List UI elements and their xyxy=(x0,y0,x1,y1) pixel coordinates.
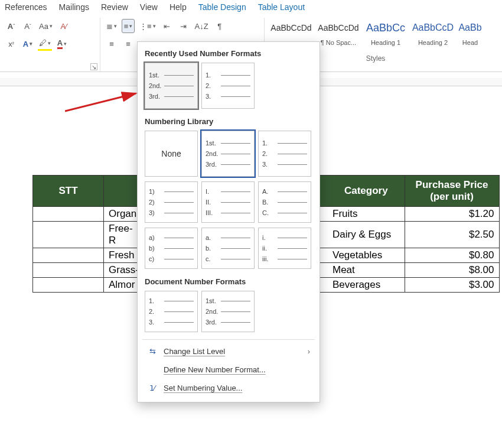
highlight-button[interactable]: 🖊▾ xyxy=(38,37,52,51)
th-stt: STT xyxy=(33,176,104,207)
format-roman-lower[interactable]: i. ii. iii. xyxy=(258,228,311,269)
document-formats-heading: Document Number Formats xyxy=(142,274,315,291)
align-left-button[interactable]: ≡ xyxy=(105,37,118,51)
style-heading-partial[interactable]: AaBb Head xyxy=(458,19,482,46)
format-decimal[interactable]: 1. 2. 3. xyxy=(258,131,311,177)
format-alpha-upper[interactable]: A. B. C. xyxy=(258,181,311,223)
set-value-icon: 𝟣⁄ xyxy=(147,384,158,392)
style-heading-1[interactable]: AaBbCc Heading 1 xyxy=(364,19,408,46)
format-alpha-lower-dot[interactable]: a. b. c. xyxy=(201,228,255,269)
text-effects-button[interactable]: A▾ xyxy=(21,37,34,51)
subscript-button[interactable]: x² xyxy=(5,37,18,51)
format-alpha-lower-paren[interactable]: a) b) c) xyxy=(145,228,198,269)
th-category: Category xyxy=(328,176,405,207)
format-ordinal-doc[interactable]: 1st. 2nd. 3rd. xyxy=(201,291,255,332)
format-ordinal[interactable]: 1st. 2nd. 3rd. xyxy=(201,131,255,177)
th-price: Purchase Price (per unit) xyxy=(405,176,499,207)
tab-mailings[interactable]: Mailings xyxy=(59,2,89,12)
font-color-button[interactable]: A▾ xyxy=(56,37,69,51)
numbering-dropdown: Recently Used Number Formats 1st. 2nd. 3… xyxy=(137,41,320,402)
grow-font-button[interactable]: Aˆ xyxy=(5,19,18,33)
align-center-button[interactable]: ≡ xyxy=(122,37,135,51)
ribbon-tabs: References Mailings Review View Help Tab… xyxy=(0,0,502,15)
recently-used-heading: Recently Used Number Formats xyxy=(142,46,315,63)
sort-button[interactable]: A↓Z xyxy=(194,19,210,33)
font-group-launcher[interactable]: ↘ xyxy=(90,63,97,70)
format-paren-num[interactable]: 1) 2) 3) xyxy=(145,181,198,223)
tab-help[interactable]: Help xyxy=(169,2,187,12)
tab-table-design[interactable]: Table Design xyxy=(198,2,246,12)
shrink-font-button[interactable]: Aˇ xyxy=(21,19,34,33)
tab-view[interactable]: View xyxy=(140,2,158,12)
numbering-library-heading: Numbering Library xyxy=(142,113,315,131)
decrease-indent-button[interactable]: ⇤ xyxy=(161,19,174,33)
chevron-right-icon: › xyxy=(308,347,310,356)
set-numbering-value-item[interactable]: 𝟣⁄ Set Numbering Value... xyxy=(142,379,315,397)
tab-table-layout[interactable]: Table Layout xyxy=(258,2,305,12)
multilevel-list-button[interactable]: ⋮≡▾ xyxy=(138,19,157,33)
format-decimal-doc[interactable]: 1. 2. 3. xyxy=(145,291,198,332)
format-ordinal-recent[interactable]: 1st. 2nd. 3rd. xyxy=(145,63,198,109)
show-hide-button[interactable]: ¶ xyxy=(213,19,226,33)
format-roman-upper[interactable]: I. II. III. xyxy=(201,181,255,223)
define-new-format-item[interactable]: Define New Number Format... xyxy=(142,361,315,379)
format-decimal-recent[interactable]: 1. 2. 3. xyxy=(201,63,255,109)
tab-review[interactable]: Review xyxy=(101,2,128,12)
change-list-level-item[interactable]: ⇆ Change List Level › xyxy=(142,342,315,361)
numbering-button[interactable]: ≡▾ xyxy=(122,19,135,33)
increase-indent-button[interactable]: ⇥ xyxy=(177,19,190,33)
style-heading-2[interactable]: AaBbCcD Heading 2 xyxy=(411,19,455,46)
bullets-button[interactable]: ≣▾ xyxy=(105,19,118,33)
list-level-icon: ⇆ xyxy=(147,347,158,356)
format-none[interactable]: None xyxy=(145,131,198,177)
tab-references[interactable]: References xyxy=(5,2,47,12)
change-case-button[interactable]: Aa▾ xyxy=(38,19,54,33)
style-no-spacing[interactable]: AaBbCcDd ¶ No Spac... xyxy=(317,19,360,46)
clear-formatting-button[interactable]: A⁄ xyxy=(57,19,70,33)
